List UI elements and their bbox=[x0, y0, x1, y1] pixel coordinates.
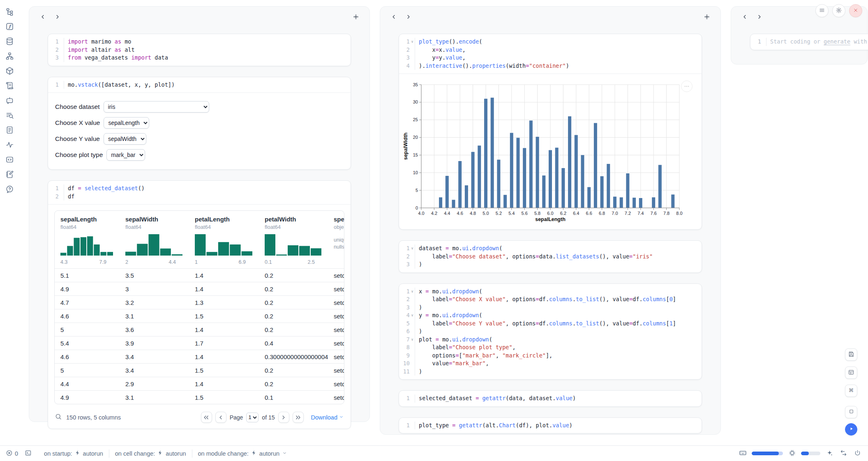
line-number: 1 bbox=[51, 184, 59, 193]
save-icon bbox=[848, 351, 854, 359]
dropdown-label: Choose plot type bbox=[55, 151, 103, 159]
line-number: 2 bbox=[402, 253, 410, 261]
table-row[interactable]: 4.63.41.40.30000000000000004setosa bbox=[55, 350, 344, 363]
code-editor[interactable]: 1∨234∨567∨891011x = mo.ui.dropdown( labe… bbox=[399, 284, 702, 380]
svg-text:15: 15 bbox=[413, 152, 418, 157]
keyboard-button[interactable] bbox=[738, 449, 748, 459]
column-header[interactable]: petalWidthfloat640.12.5 bbox=[259, 211, 328, 268]
table-icon bbox=[848, 369, 854, 377]
sidebar-item-documentation[interactable] bbox=[5, 126, 15, 136]
column-header[interactable]: petalLengthfloat6416.9 bbox=[189, 211, 259, 268]
fold-marker-icon[interactable]: ∨ bbox=[410, 244, 415, 253]
generate-link[interactable]: generate bbox=[824, 38, 850, 45]
sidebar-item-functions[interactable]: ƒ bbox=[5, 22, 15, 32]
shortcuts-button[interactable]: ⌘ bbox=[845, 385, 857, 397]
setting-label: on startup: bbox=[44, 450, 72, 457]
fold-marker-icon[interactable]: ∨ bbox=[410, 336, 415, 344]
shutdown-button[interactable] bbox=[849, 4, 862, 17]
code-editor[interactable]: 1∨234plot_type().encode( x=x.value, y=y.… bbox=[399, 34, 702, 74]
sidebar-item-notebook[interactable] bbox=[5, 170, 15, 180]
code-editor[interactable]: 1selected_dataset = getattr(data, datase… bbox=[399, 391, 702, 406]
fold-marker-icon[interactable]: ∨ bbox=[410, 288, 415, 296]
first-page-button[interactable] bbox=[201, 412, 212, 423]
ai-button[interactable] bbox=[824, 449, 834, 459]
sidebar-item-snippets[interactable] bbox=[5, 155, 15, 165]
column-middle-next-button[interactable] bbox=[403, 12, 414, 22]
prev-page-button[interactable] bbox=[215, 412, 226, 423]
sidebar-item-logs[interactable] bbox=[5, 81, 15, 91]
add-cell-button[interactable] bbox=[702, 12, 712, 22]
column-right-prev-button[interactable] bbox=[739, 12, 750, 22]
chart-actions-button[interactable] bbox=[681, 81, 693, 92]
sidebar-item-dependencies[interactable] bbox=[5, 52, 15, 62]
next-page-button[interactable] bbox=[278, 412, 289, 423]
on-startup-setting[interactable]: on startup: autorun bbox=[38, 450, 109, 457]
column-histogram bbox=[60, 234, 120, 257]
sidebar-item-datasources[interactable] bbox=[5, 37, 15, 47]
svg-text:4.0: 4.0 bbox=[418, 211, 424, 216]
code-editor[interactable]: 123import marimo as moimport altair as a… bbox=[48, 34, 351, 66]
cpu-button[interactable] bbox=[787, 449, 797, 459]
line-number: 1 bbox=[754, 38, 761, 46]
column-header[interactable]: sepalLengthfloat644.37.9 bbox=[55, 211, 120, 268]
swap-button[interactable] bbox=[838, 449, 848, 459]
table-row[interactable]: 4.931.40.2setosa bbox=[55, 282, 344, 295]
run-button[interactable] bbox=[845, 423, 857, 436]
table-row[interactable]: 4.63.11.50.2setosa bbox=[55, 309, 344, 323]
last-page-button[interactable] bbox=[293, 412, 304, 423]
search-icon[interactable] bbox=[55, 413, 62, 422]
code-editor[interactable]: 1plot_type = getattr(alt.Chart(df), plot… bbox=[399, 418, 702, 433]
svg-text:20: 20 bbox=[413, 135, 418, 140]
terminal-button[interactable] bbox=[25, 449, 32, 458]
table-row[interactable]: 4.42.91.40.2setosa bbox=[55, 377, 344, 390]
column-left-prev-button[interactable] bbox=[37, 12, 48, 22]
menu-button[interactable] bbox=[815, 4, 829, 17]
table-panel-button[interactable] bbox=[845, 366, 857, 379]
save-button[interactable] bbox=[845, 348, 857, 361]
add-cell-button[interactable] bbox=[351, 12, 361, 22]
dropdown-select[interactable]: sepalLength bbox=[104, 117, 149, 129]
dropdown-select[interactable]: iris bbox=[104, 101, 209, 113]
sidebar-item-help[interactable] bbox=[5, 185, 15, 195]
fold-marker-icon[interactable]: ∨ bbox=[410, 38, 415, 46]
sidebar-item-chat[interactable] bbox=[5, 96, 15, 106]
column-header[interactable]: speciesobjectuniquenulls: bbox=[328, 211, 344, 268]
dropdown-select[interactable]: mark_bar bbox=[106, 149, 145, 161]
code-editor[interactable]: 12df = selected_dataset()df bbox=[48, 181, 351, 204]
column-middle-header bbox=[380, 7, 720, 27]
svg-text:6.6: 6.6 bbox=[586, 211, 592, 216]
panel-controls bbox=[815, 4, 862, 17]
column-middle-prev-button[interactable] bbox=[388, 12, 399, 22]
dropdown-select[interactable]: sepalWidth bbox=[104, 133, 146, 145]
column-right-next-button[interactable] bbox=[754, 12, 765, 22]
notebook-pen-icon bbox=[5, 170, 14, 180]
column-left-next-button[interactable] bbox=[52, 12, 63, 22]
table-row[interactable]: 4.93.11.50.1setosa bbox=[55, 390, 344, 404]
code-editor[interactable]: 1∨23dataset = mo.ui.dropdown( label="Cho… bbox=[399, 241, 702, 272]
column-header[interactable]: sepalWidthfloat6424.4 bbox=[120, 211, 189, 268]
table-cell: 0.2 bbox=[259, 313, 328, 320]
code-editor[interactable]: 1mo.vstack([dataset, x, y, plot]) bbox=[48, 77, 351, 93]
fold-marker-icon[interactable]: ∨ bbox=[410, 311, 415, 320]
on-module-change-setting[interactable]: on module change: autorun bbox=[192, 450, 293, 457]
line-number: 3 bbox=[402, 304, 410, 312]
sidebar-item-packages[interactable] bbox=[5, 67, 15, 76]
bolt-icon bbox=[157, 450, 163, 457]
sidebar-item-tracing[interactable] bbox=[5, 141, 15, 150]
page-select[interactable]: 1 bbox=[246, 413, 259, 422]
power-button[interactable] bbox=[852, 449, 862, 459]
new-cell-editor[interactable]: 1 Start coding or generate with AI bbox=[750, 34, 868, 50]
settings-button[interactable] bbox=[832, 4, 845, 17]
table-row[interactable]: 5.43.91.70.4setosa bbox=[55, 336, 344, 350]
on-cell-change-setting[interactable]: on cell change: autorun bbox=[109, 450, 192, 457]
console-panel-button[interactable] bbox=[845, 406, 857, 418]
download-button[interactable]: Download bbox=[311, 414, 344, 421]
table-row[interactable]: 4.73.21.30.2setosa bbox=[55, 295, 344, 309]
sidebar-item-explorer[interactable] bbox=[5, 7, 15, 17]
table-row[interactable]: 5.13.51.40.2setosa bbox=[55, 268, 344, 282]
close-icon bbox=[853, 7, 859, 14]
error-indicator[interactable]: 0 bbox=[6, 449, 18, 458]
sidebar-item-scratchpad[interactable] bbox=[5, 111, 15, 121]
table-row[interactable]: 53.41.50.2setosa bbox=[55, 363, 344, 377]
table-row[interactable]: 53.61.40.2setosa bbox=[55, 323, 344, 336]
